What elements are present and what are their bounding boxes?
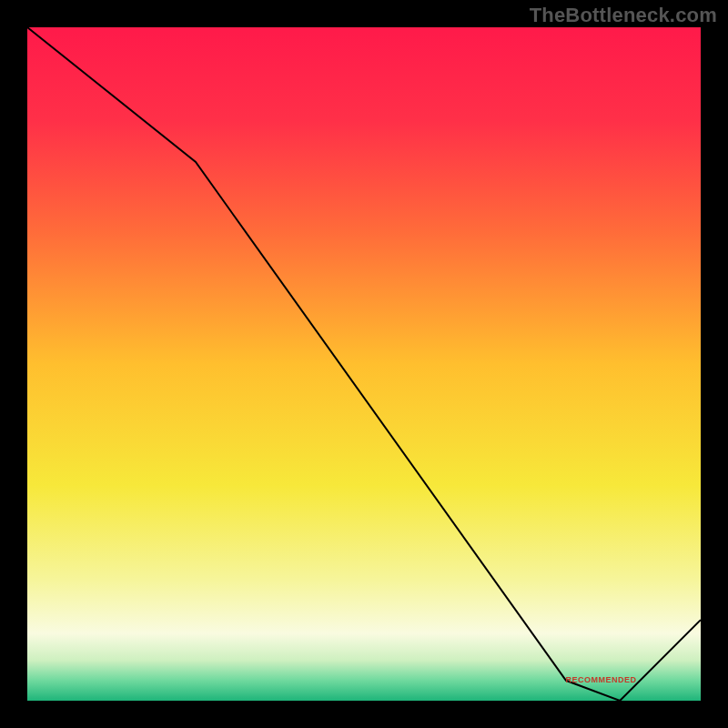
chart-svg <box>27 27 701 701</box>
chart-container: TheBottleneck.com RECOMMENDED <box>0 0 728 728</box>
gradient-background <box>27 27 701 701</box>
recommended-label: RECOMMENDED <box>566 675 637 684</box>
watermark-text: TheBottleneck.com <box>530 4 717 27</box>
plot-area <box>27 27 701 701</box>
